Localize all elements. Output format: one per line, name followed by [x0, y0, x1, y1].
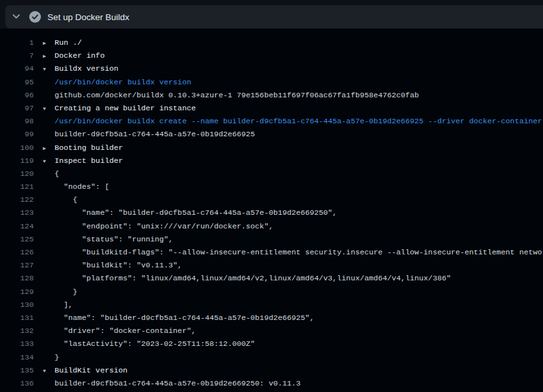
output-text: "lastActivity": "2023-02-25T11:58:12.000… — [55, 339, 255, 349]
log-line: 125 "status": "running", — [0, 233, 543, 246]
line-number[interactable]: 126 — [0, 246, 34, 259]
log-line: 129 } — [0, 286, 543, 299]
log-line: 132 "driver": "docker-container", — [0, 325, 543, 337]
triangle-down-icon[interactable]: ▼ — [34, 155, 55, 168]
triangle-right-icon[interactable]: ▶ — [34, 37, 55, 50]
line-number[interactable]: 123 — [0, 206, 34, 219]
output-text: "buildkitd-flags": "--allow-insecure-ent… — [55, 248, 543, 257]
group-title: Creating a new builder instance — [55, 104, 196, 113]
group-title: Inspect builder — [55, 156, 123, 165]
line-number[interactable]: 99 — [0, 128, 34, 141]
line-number[interactable]: 122 — [0, 193, 34, 206]
output-text: } — [55, 288, 77, 297]
line-number[interactable]: 129 — [0, 286, 34, 299]
log-line: 96github.com/docker/buildx 0.10.3+azure-… — [0, 89, 543, 102]
line-number[interactable]: 94 — [0, 62, 34, 75]
line-number[interactable]: 127 — [0, 259, 34, 272]
output-text: builder-d9cfb5a1-c764-445a-a57e-0b19d2e6… — [55, 379, 301, 388]
log-group-line[interactable]: 1▶Run ./ — [0, 36, 543, 49]
output-text: "status": "running", — [55, 235, 173, 244]
log-line: 130 ], — [0, 299, 543, 312]
log-line: 121 "nodes": [ — [0, 180, 543, 193]
output-text: "driver": "docker-container", — [55, 326, 196, 336]
command-text: /usr/bin/docker buildx version — [55, 78, 191, 87]
line-number[interactable]: 128 — [0, 272, 34, 285]
check-circle-icon — [29, 11, 41, 23]
output-text: "name": "builder-d9cfb5a1-c764-445a-a57e… — [55, 208, 337, 217]
line-number[interactable]: 135 — [0, 364, 34, 377]
group-title: Run ./ — [55, 38, 82, 47]
log-line: 133 "lastActivity": "2023-02-25T11:58:12… — [0, 337, 543, 350]
log-line: 134} — [0, 351, 543, 364]
log-group-line[interactable]: 100▶Booting builder — [0, 141, 543, 154]
log-group-line[interactable]: 97▼Creating a new builder instance — [0, 102, 543, 115]
line-number[interactable]: 132 — [0, 325, 34, 337]
log-line: 124 "endpoint": "unix:///var/run/docker.… — [0, 220, 543, 233]
group-title: Buildx version — [55, 64, 118, 73]
line-number[interactable]: 121 — [0, 180, 34, 193]
log-group-line[interactable]: 7▶Docker info — [0, 49, 543, 62]
output-text: { — [55, 169, 59, 178]
step-title: Set up Docker Buildx — [47, 12, 129, 22]
line-number[interactable]: 119 — [0, 154, 34, 167]
command-text: /usr/bin/docker buildx create --name bui… — [55, 117, 542, 126]
log-line: 127 "buildkit": "v0.11.3", — [0, 259, 543, 272]
group-title: Docker info — [55, 51, 105, 60]
output-text: "name": "builder-d9cfb5a1-c764-445a-a57e… — [55, 313, 314, 323]
line-number[interactable]: 120 — [0, 167, 34, 180]
log-group-line[interactable]: 94▼Buildx version — [0, 62, 543, 75]
triangle-down-icon[interactable]: ▼ — [34, 63, 55, 76]
group-title: BuildKit version — [55, 366, 127, 375]
triangle-down-icon[interactable]: ▼ — [34, 103, 55, 116]
line-number[interactable]: 100 — [0, 141, 34, 154]
line-number[interactable]: 134 — [0, 351, 34, 364]
log-group-line[interactable]: 119▼Inspect builder — [0, 154, 543, 167]
line-number[interactable]: 7 — [0, 49, 34, 62]
output-text: { — [55, 195, 77, 204]
line-number[interactable]: 1 — [0, 36, 34, 49]
log-line: 131 "name": "builder-d9cfb5a1-c764-445a-… — [0, 312, 543, 325]
line-number[interactable]: 131 — [0, 312, 34, 325]
log-line: 128 "platforms": "linux/amd64,linux/amd6… — [0, 272, 543, 285]
line-number[interactable]: 96 — [0, 89, 34, 102]
step-header[interactable]: Set up Docker Buildx — [5, 5, 543, 29]
line-number[interactable]: 130 — [0, 299, 34, 312]
chevron-down-icon — [11, 11, 21, 23]
line-number[interactable]: 98 — [0, 115, 34, 128]
log-line: 99builder-d9cfb5a1-c764-445a-a57e-0b19d2… — [0, 128, 543, 141]
log-line: 98/usr/bin/docker buildx create --name b… — [0, 115, 543, 128]
collapse-step-button[interactable] — [8, 8, 25, 25]
output-text: ], — [55, 300, 73, 310]
log-line: 136builder-d9cfb5a1-c764-445a-a57e-0b19d… — [0, 377, 543, 390]
output-text: } — [55, 353, 59, 362]
triangle-right-icon[interactable]: ▶ — [34, 142, 55, 155]
group-title: Booting builder — [55, 143, 123, 153]
line-number[interactable]: 133 — [0, 337, 34, 350]
log-line: 123 "name": "builder-d9cfb5a1-c764-445a-… — [0, 206, 543, 219]
log-line: 120{ — [0, 167, 543, 180]
triangle-down-icon[interactable]: ▼ — [34, 365, 55, 378]
log-line: 126 "buildkitd-flags": "--allow-insecure… — [0, 246, 543, 259]
line-number[interactable]: 125 — [0, 233, 34, 246]
output-text: builder-d9cfb5a1-c764-445a-a57e-0b19d2e6… — [55, 130, 255, 139]
log-group-line[interactable]: 135▼BuildKit version — [0, 364, 543, 377]
line-number[interactable]: 95 — [0, 76, 34, 89]
log-output: 1▶Run ./7▶Docker info94▼Buildx version95… — [0, 29, 543, 392]
log-line: 122 { — [0, 193, 543, 206]
output-text: "buildkit": "v0.11.3", — [55, 261, 182, 270]
line-number[interactable]: 124 — [0, 220, 34, 233]
output-text: github.com/docker/buildx 0.10.3+azure-1 … — [55, 91, 419, 100]
line-number[interactable]: 97 — [0, 102, 34, 115]
triangle-right-icon[interactable]: ▶ — [34, 50, 55, 63]
line-number[interactable]: 136 — [0, 377, 34, 390]
output-text: "endpoint": "unix:///var/run/docker.sock… — [55, 222, 273, 231]
output-text: "nodes": [ — [55, 182, 109, 191]
output-text: "platforms": "linux/amd64,linux/amd64/v2… — [55, 274, 451, 283]
log-line: 95/usr/bin/docker buildx version — [0, 76, 543, 89]
